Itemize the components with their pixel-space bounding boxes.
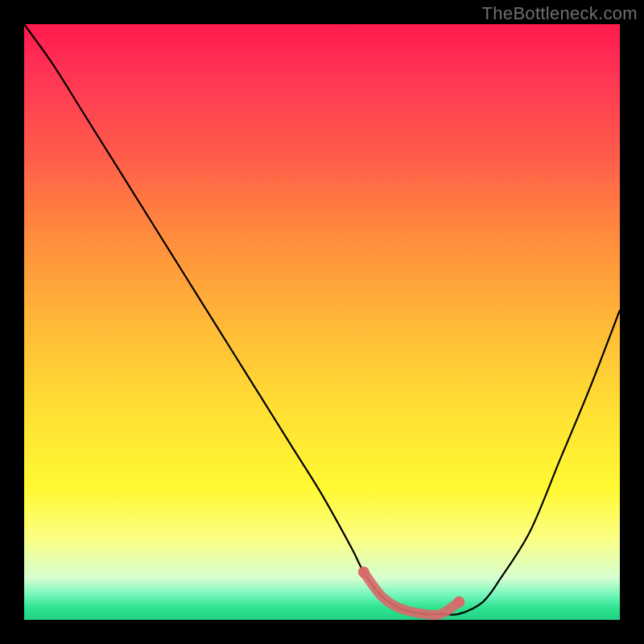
curve-line	[24, 24, 620, 615]
chart-frame: TheBottleneck.com	[0, 0, 644, 644]
watermark-label: TheBottleneck.com	[482, 3, 638, 24]
highlight-endpoint	[453, 597, 464, 608]
optimal-range-highlight	[364, 572, 459, 615]
plot-area	[24, 24, 620, 620]
bottleneck-curve	[24, 24, 620, 620]
highlight-endpoint	[358, 567, 369, 578]
